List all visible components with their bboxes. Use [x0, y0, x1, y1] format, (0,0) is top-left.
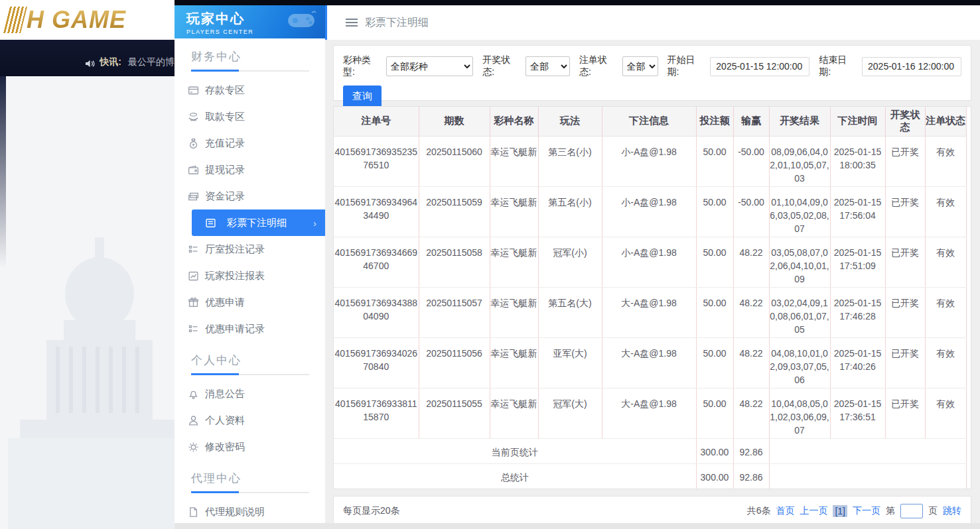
- hamburger-menu-icon[interactable]: [346, 18, 358, 27]
- summary-winloss: 92.86: [733, 438, 769, 463]
- cell-bet-info: 小-A盘@1.98: [602, 136, 696, 186]
- sidebar-item-hall-bet-record[interactable]: 厅室投注记录: [175, 236, 325, 263]
- draw-status-label: 开奖状态:: [482, 54, 522, 78]
- gamepad-icon: [287, 10, 316, 30]
- cell-result: 08,09,06,04,02,01,10,05,07,03: [769, 136, 830, 186]
- jump-suffix-text: 页: [928, 505, 938, 517]
- cell-time: 2025-01-15 17:40:26: [830, 337, 885, 388]
- table-row: 401569173693523576510 20250115060 幸运飞艇新 …: [334, 136, 966, 186]
- horizontal-scrollbar-track[interactable]: [175, 523, 980, 529]
- sidebar-item-label: 玩家投注报表: [205, 270, 265, 282]
- section-agent: 代理中心: [175, 460, 325, 493]
- cell-draw-status: 已开奖: [885, 337, 925, 388]
- sidebar-header: 玩家中心 PLAYERS CENTER: [175, 5, 325, 38]
- cell-winloss: 48.22: [733, 287, 769, 337]
- jump-link[interactable]: 跳转: [943, 505, 961, 517]
- cell-bet-info: 小-A盘@1.98: [602, 186, 696, 237]
- sidebar-item-recharge-record[interactable]: 充值记录: [175, 130, 325, 156]
- col-header: 投注额: [696, 107, 733, 136]
- cell-time: 2025-01-15 18:00:35: [830, 136, 885, 186]
- start-date-label: 开始日期:: [667, 54, 707, 78]
- cell-draw-status: 已开奖: [885, 237, 925, 287]
- cell-period: 20250115056: [419, 337, 490, 388]
- cell-draw-status: 已开奖: [885, 388, 925, 438]
- page-jump-input[interactable]: [900, 504, 923, 518]
- cell-order-id: 401569173693466946700: [334, 237, 419, 287]
- page-size-text: 每页显示20条: [343, 505, 400, 517]
- deposit-card-icon: [188, 85, 199, 96]
- order-status-label: 注单状态:: [579, 54, 619, 78]
- sidebar-item-change-password[interactable]: 修改密码: [175, 434, 325, 460]
- bet-table: 注单号 期数 彩种名称 玩法 下注信息 投注额 输赢 开奖结果 下注时间 开奖状…: [334, 107, 967, 489]
- first-page-link[interactable]: 首页: [776, 505, 794, 517]
- jump-prefix-text: 第: [886, 505, 895, 517]
- section-personal: 个人中心: [175, 342, 325, 375]
- sidebar-item-messages[interactable]: 消息公告: [175, 381, 325, 407]
- hall-record-list-icon: [188, 244, 199, 255]
- sidebar-item-label: 存款专区: [205, 84, 245, 97]
- summary-empty: [769, 438, 966, 463]
- promo-record-list-icon: [188, 323, 199, 335]
- summary-amount: 300.00: [696, 438, 733, 463]
- section-title: 代理中心: [191, 471, 325, 486]
- recharge-moneybag-icon: [188, 138, 199, 149]
- agent-rules-doc-icon: [188, 506, 199, 518]
- site-logo: H GAME: [27, 6, 126, 34]
- sidebar-item-lottery-bet-details[interactable]: 彩票下注明细 ›: [192, 209, 325, 236]
- news-ticker-bar: 快讯: 最公平的博: [0, 40, 175, 76]
- cell-period: 20250115060: [419, 136, 490, 186]
- sidebar-item-withdraw-zone[interactable]: 取款专区: [175, 103, 325, 130]
- cell-bet-info: 大-A盘@1.98: [602, 287, 696, 337]
- col-header: 开奖状态: [885, 107, 925, 136]
- sidebar-item-player-bet-report[interactable]: 玩家投注报表: [175, 263, 325, 289]
- cell-play: 亚军(大): [538, 337, 602, 388]
- filter-panel: 彩种类型: 全部彩种 开奖状态: 全部 注单状态: 全部 开始日期: 结束日期:…: [333, 45, 971, 101]
- bet-table-panel: 注单号 期数 彩种名称 玩法 下注信息 投注额 输赢 开奖结果 下注时间 开奖状…: [333, 106, 971, 489]
- section-title: 个人中心: [191, 353, 325, 368]
- cell-amount: 50.00: [696, 287, 733, 337]
- sidebar-item-label: 修改密码: [205, 441, 245, 453]
- ticker-text: 最公平的博: [128, 56, 175, 68]
- table-row: 401569173693438804090 20250115057 幸运飞艇新 …: [334, 287, 966, 337]
- site-logo-band: H GAME: [0, 0, 175, 40]
- draw-status-select[interactable]: 全部: [525, 56, 570, 76]
- cell-winloss: -50.00: [733, 186, 769, 237]
- sidebar-item-withdrawal-record[interactable]: 提现记录: [175, 156, 325, 183]
- cell-order-id: 401569173693402670840: [334, 337, 419, 388]
- start-date-input[interactable]: [710, 57, 809, 76]
- cell-period: 20250115058: [419, 237, 490, 287]
- cell-period: 20250115059: [419, 186, 490, 237]
- cell-result: 01,10,04,09,06,03,05,02,08,07: [769, 186, 830, 237]
- cell-lottery: 幸运飞艇新: [490, 186, 538, 237]
- order-status-select[interactable]: 全部: [622, 56, 658, 76]
- sidebar-item-funds-record[interactable]: 资金记录: [175, 183, 325, 209]
- cell-time: 2025-01-15 17:56:04: [830, 186, 885, 237]
- cell-lottery: 幸运飞艇新: [490, 237, 538, 287]
- sidebar-item-deposit-zone[interactable]: 存款专区: [175, 77, 325, 103]
- lottery-type-label: 彩种类型:: [343, 54, 383, 78]
- table-row: 401569173693381115870 20250115055 幸运飞艇新 …: [334, 388, 966, 438]
- sidebar-item-agent-rules[interactable]: 代理规则说明: [175, 499, 325, 525]
- sidebar-item-profile[interactable]: 个人资料: [175, 407, 325, 434]
- query-button[interactable]: 查询: [343, 86, 382, 107]
- sidebar-item-promo-apply-record[interactable]: 优惠申请记录: [175, 316, 325, 342]
- col-header: 彩种名称: [490, 107, 538, 136]
- cell-order-id: 401569173693496434490: [334, 186, 419, 237]
- end-date-input[interactable]: [862, 57, 961, 76]
- sidebar-item-promo-apply[interactable]: 优惠申请: [175, 289, 325, 316]
- next-page-link[interactable]: 下一页: [853, 505, 880, 517]
- main-content: 彩票下注明细 彩种类型: 全部彩种 开奖状态: 全部 注单状态: 全部 开始日期…: [325, 5, 980, 529]
- pagination-bar: 每页显示20条 共6条 首页 上一页 [1] 下一页 第 页 跳转: [333, 496, 971, 526]
- cell-draw-status: 已开奖: [885, 186, 925, 237]
- page-summary-row: 当前页统计 300.00 92.86: [334, 438, 966, 463]
- sidebar-item-label: 提现记录: [205, 164, 245, 176]
- table-row: 401569173693402670840 20250115056 幸运飞艇新 …: [334, 337, 966, 388]
- col-header: 期数: [419, 107, 490, 136]
- lottery-type-select[interactable]: 全部彩种: [386, 56, 474, 76]
- sidebar-item-label: 优惠申请记录: [205, 323, 265, 335]
- cell-lottery: 幸运飞艇新: [490, 136, 538, 186]
- prev-page-link[interactable]: 上一页: [800, 505, 827, 517]
- section-underline: [191, 492, 309, 493]
- promo-apply-gift-icon: [188, 297, 199, 308]
- cell-play: 第五名(大): [538, 287, 602, 337]
